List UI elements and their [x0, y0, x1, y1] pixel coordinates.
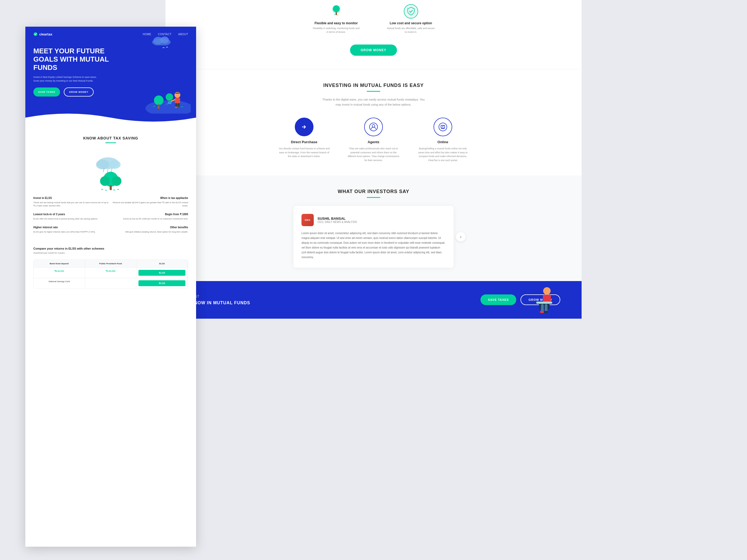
compare-title: Compare your returns in ELSS with other … — [33, 247, 188, 250]
tax-item-1-text: Returns are taxable @10% if gains are gr… — [112, 201, 188, 208]
testimonial-author: DNA SUSHIL BANSAL CEO, DAILY NEWS & ANAL… — [302, 214, 445, 226]
tax-item-1-title: When is tax appliacbe — [112, 196, 188, 199]
col-header-2: Public Provident Fund — [85, 260, 136, 267]
method-agents-title: Agents — [347, 140, 400, 144]
svg-rect-2 — [336, 12, 337, 15]
svg-point-11 — [543, 287, 551, 295]
author-name: SUSHIL BANSAL — [317, 216, 357, 220]
tax-item-4-title: Higher interest rate — [33, 226, 109, 229]
svg-point-9 — [439, 123, 447, 131]
feature-shield: Low cost and secure option Mutual funds … — [387, 4, 435, 34]
feature-desc-1: Flexibility in switching, monitoring fun… — [312, 27, 360, 34]
author-role: CEO, DAILY NEWS & ANALYSIS — [317, 220, 357, 223]
svg-point-42 — [100, 176, 110, 186]
svg-point-36 — [96, 160, 109, 169]
feature-title-1: Flexible and easy to monitor — [312, 21, 360, 25]
method-agents-icon — [364, 117, 383, 136]
row2-col1: National Savings Certi — [49, 280, 70, 283]
hero-subtitle: Invest in best Equity Linked Savings Sch… — [33, 75, 103, 83]
svg-rect-15 — [541, 304, 544, 312]
compare-table: Bank fixed deposit Public Provident Fund… — [33, 260, 188, 289]
nav-about[interactable]: ABOUT — [178, 33, 188, 36]
testimonial-title: WHAT OUR INVESTORS SAY — [187, 189, 560, 194]
elss-button-1[interactable]: ELSS — [138, 270, 185, 276]
svg-point-24 — [154, 96, 163, 105]
tax-item-other: Other benefits Will give inflation-beati… — [112, 226, 188, 234]
method-direct-icon — [295, 117, 313, 136]
tax-item-4-text: ELSS give 3x higher interest rates (14-1… — [33, 231, 109, 234]
tax-item-3-title: Begin from ₹ 1000 — [112, 213, 188, 216]
grow-money-button[interactable]: GROW MONEY — [350, 45, 397, 56]
amount-ppf: ₹8,50,000 — [106, 270, 115, 272]
tax-item-when: When is tax appliacbe Returns are taxabl… — [112, 196, 188, 208]
svg-rect-17 — [540, 311, 544, 313]
compare-subtitle: Investment per month for 5 years — [33, 252, 188, 254]
logo-text: cleartax — [39, 32, 52, 36]
nav-home[interactable]: HOME — [143, 33, 151, 36]
testimonial-section: WHAT OUR INVESTORS SAY DNA SUSHIL BANSAL… — [165, 176, 582, 281]
tax-item-0-text: These are tax-saving mutual funds that y… — [33, 201, 109, 208]
testimonial-underline — [367, 197, 380, 198]
feature-tree: Flexible and easy to monitor Flexibility… — [312, 4, 360, 34]
compare-row-1: ₹8,00,000 ₹8,50,000 ELSS — [34, 267, 188, 278]
svg-rect-44 — [110, 185, 112, 190]
method-agents[interactable]: Agents They are sales professionals who … — [347, 117, 400, 162]
cta-save-taxes-button[interactable]: SAVE TAXES — [481, 294, 516, 305]
method-online-text: Buying/Selling a mutual funds online not… — [416, 146, 469, 162]
investing-title: INVESTING IN MUTUAL FUNDS IS EASY — [187, 83, 560, 88]
logo-icon — [33, 32, 37, 36]
logo: cleartax — [33, 32, 52, 36]
save-taxes-button[interactable]: SAVE TAXES — [33, 87, 60, 97]
svg-point-8 — [372, 125, 375, 127]
svg-rect-10 — [441, 125, 445, 128]
right-page-background: Flexible and easy to monitor Flexibility… — [165, 0, 582, 560]
method-direct[interactable]: Direct Purchase You directly contact fun… — [278, 117, 331, 162]
tax-item-3-text: Invest as low as Rs 1000 per month to no… — [112, 217, 188, 220]
tax-items-grid: Invest in ELSS These are tax-saving mutu… — [33, 196, 188, 234]
tax-item-lockin: Lowest lock-in of 3 years ELSS offer the… — [33, 213, 109, 220]
feature-desc-2: Mutual funds are affordable, safe and se… — [387, 27, 435, 34]
svg-point-37 — [109, 160, 121, 169]
investing-underline — [367, 91, 380, 92]
col-header-3: ELSS — [136, 260, 188, 267]
tax-item-5-title: Other benefits — [112, 226, 188, 229]
compare-row-2: National Savings Certi ELSS — [34, 278, 188, 288]
feature-title-2: Low cost and secure option — [387, 21, 435, 25]
testimonial-card: DNA SUSHIL BANSAL CEO, DAILY NEWS & ANAL… — [293, 206, 454, 268]
testimonial-next-button[interactable]: › — [456, 232, 466, 242]
elss-button-2[interactable]: ELSS — [138, 280, 185, 286]
svg-rect-29 — [175, 98, 180, 103]
hero-buttons: SAVE TAXES GROW MONEY — [33, 87, 188, 97]
tax-saving-section: KNOW ABOUT TAX SAVING — [25, 125, 196, 242]
svg-rect-14 — [539, 304, 549, 309]
investing-section: INVESTING IN MUTUAL FUNDS IS EASY Thanks… — [165, 69, 582, 176]
compare-table-header: Bank fixed deposit Public Provident Fund… — [34, 260, 188, 267]
svg-line-40 — [111, 168, 112, 172]
hero-content: MEET YOUR FUTURE GOALS WITH MUTUAL FUNDS… — [25, 42, 196, 97]
cta-illustration — [528, 283, 560, 319]
hero-wave — [25, 110, 196, 125]
tax-item-5-text: Will give inflation-beating returns. Bes… — [112, 231, 188, 234]
testimonial-text: Lorem ipsum dolor sit amet, consectetur … — [302, 231, 445, 260]
cta-pre-text: INVEST — [187, 294, 250, 298]
svg-rect-13 — [536, 301, 552, 304]
svg-point-1 — [333, 5, 340, 12]
cta-section: INVEST ST NOW IN MUTUAL FUNDS SAVE TAXES… — [165, 281, 582, 319]
svg-rect-4 — [337, 15, 338, 16]
svg-point-5 — [404, 4, 418, 19]
tax-item-elss: Invest in ELSS These are tax-saving mutu… — [33, 196, 109, 208]
method-online[interactable]: Online Buying/Selling a mutual funds onl… — [416, 117, 469, 162]
svg-rect-16 — [545, 304, 547, 312]
col-header-1: Bank fixed deposit — [34, 260, 85, 267]
grow-money-hero-button[interactable]: GROW MONEY — [64, 87, 94, 97]
method-direct-text: You directly contact fund houses to sche… — [278, 146, 331, 158]
svg-rect-25 — [158, 104, 159, 109]
svg-rect-3 — [334, 14, 335, 15]
svg-point-7 — [369, 123, 378, 131]
tax-section-underline — [105, 142, 116, 143]
svg-rect-18 — [544, 311, 548, 313]
method-agents-text: They are sales professionals who reach o… — [347, 146, 400, 162]
tax-item-interest: Higher interest rate ELSS give 3x higher… — [33, 226, 109, 234]
cta-text: ST NOW IN MUTUAL FUNDS — [187, 300, 250, 305]
method-online-title: Online — [416, 140, 469, 144]
